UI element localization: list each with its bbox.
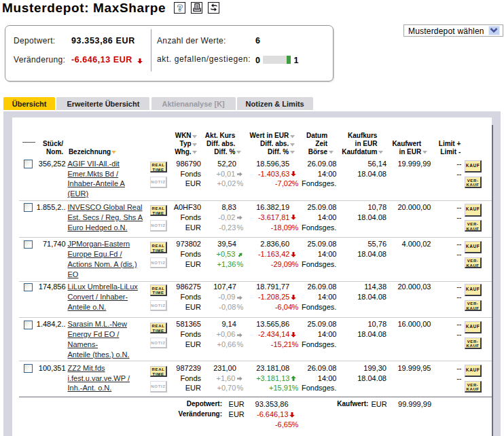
svg-text:?: ? (177, 3, 183, 12)
